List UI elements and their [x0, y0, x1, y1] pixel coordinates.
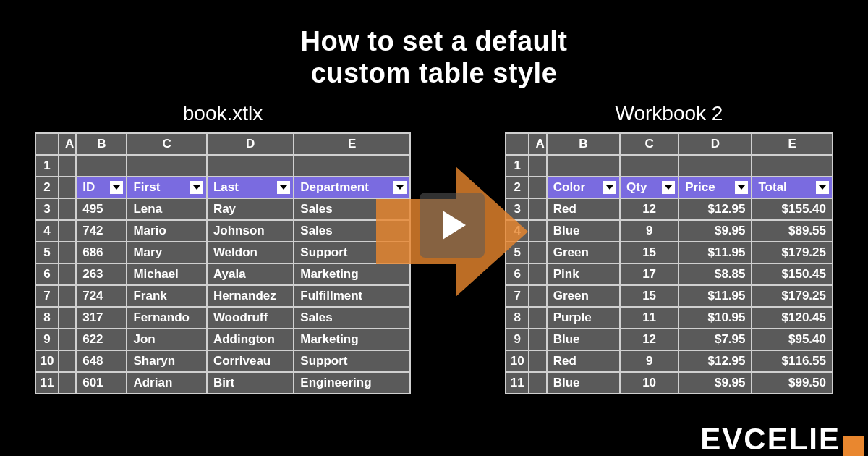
cell[interactable]: $116.55	[752, 350, 833, 372]
cell[interactable]: 9	[620, 220, 678, 242]
cell[interactable]	[59, 242, 76, 263]
cell[interactable]: Mary	[127, 242, 206, 263]
cell[interactable]	[529, 307, 546, 329]
cell[interactable]: Green	[547, 285, 620, 307]
col-header[interactable]: B	[547, 133, 620, 155]
filter-dropdown-icon[interactable]	[603, 181, 616, 194]
cell[interactable]: $7.95	[678, 329, 752, 350]
row-header[interactable]: 11	[506, 372, 529, 394]
cell[interactable]: 12	[620, 198, 678, 220]
cell[interactable]	[529, 350, 546, 372]
cell[interactable]	[752, 155, 833, 177]
table-header-total[interactable]: Total	[752, 177, 833, 198]
cell[interactable]: Frank	[127, 285, 206, 307]
cell[interactable]	[59, 350, 76, 372]
cell[interactable]	[59, 329, 76, 350]
cell[interactable]: Woodruff	[207, 307, 294, 329]
cell[interactable]: $155.40	[752, 198, 833, 220]
cell[interactable]: Ray	[207, 198, 294, 220]
cell[interactable]: $12.95	[678, 198, 752, 220]
cell[interactable]: Lena	[127, 198, 206, 220]
cell[interactable]: Sharyn	[127, 350, 206, 372]
table-header-id[interactable]: ID	[76, 177, 127, 198]
cell[interactable]: Support	[294, 350, 410, 372]
row-header[interactable]: 6	[506, 263, 529, 285]
row-header[interactable]: 3	[35, 198, 59, 220]
cell[interactable]	[529, 329, 546, 350]
table-header-department[interactable]: Department	[294, 177, 410, 198]
col-header[interactable]: D	[678, 133, 752, 155]
row-header[interactable]: 3	[506, 198, 529, 220]
row-header[interactable]: 8	[506, 307, 529, 329]
row-header[interactable]: 8	[35, 307, 59, 329]
row-header[interactable]: 11	[35, 372, 59, 394]
row-header[interactable]: 10	[506, 350, 529, 372]
cell[interactable]: Red	[547, 350, 620, 372]
cell[interactable]	[529, 177, 546, 198]
cell[interactable]: 17	[620, 263, 678, 285]
cell[interactable]: Support	[294, 242, 410, 263]
table-header-last[interactable]: Last	[207, 177, 294, 198]
col-header[interactable]: C	[620, 133, 678, 155]
cell[interactable]: $10.95	[678, 307, 752, 329]
col-header[interactable]: A	[59, 133, 76, 155]
cell[interactable]: 263	[76, 263, 127, 285]
table-header-color[interactable]: Color	[547, 177, 620, 198]
cell[interactable]	[529, 263, 546, 285]
cell[interactable]: $179.25	[752, 285, 833, 307]
cell[interactable]: Birt	[207, 372, 294, 394]
col-header[interactable]: E	[294, 133, 410, 155]
cell[interactable]: 15	[620, 242, 678, 263]
row-header[interactable]: 1	[35, 155, 59, 177]
row-header[interactable]: 7	[35, 285, 59, 307]
cell[interactable]: 11	[620, 307, 678, 329]
cell[interactable]	[127, 155, 206, 177]
filter-dropdown-icon[interactable]	[393, 181, 407, 194]
cell[interactable]: Addington	[207, 329, 294, 350]
cell[interactable]: Corriveau	[207, 350, 294, 372]
cell[interactable]: Sales	[294, 220, 410, 242]
cell[interactable]: $9.95	[678, 372, 752, 394]
cell[interactable]	[529, 242, 546, 263]
filter-dropdown-icon[interactable]	[277, 181, 290, 194]
cell[interactable]: $9.95	[678, 220, 752, 242]
cell[interactable]: 648	[76, 350, 127, 372]
cell[interactable]: $8.85	[678, 263, 752, 285]
cell[interactable]: $120.45	[752, 307, 833, 329]
cell[interactable]: Michael	[127, 263, 206, 285]
filter-dropdown-icon[interactable]	[110, 181, 123, 194]
row-header[interactable]: 2	[35, 177, 59, 198]
cell[interactable]: Mario	[127, 220, 206, 242]
cell[interactable]: Red	[547, 198, 620, 220]
cell[interactable]: Ayala	[207, 263, 294, 285]
cell[interactable]: $95.40	[752, 329, 833, 350]
cell[interactable]: Fernando	[127, 307, 206, 329]
cell[interactable]	[76, 155, 127, 177]
cell[interactable]: Purple	[547, 307, 620, 329]
row-header[interactable]: 1	[506, 155, 529, 177]
cell[interactable]: Fulfillment	[294, 285, 410, 307]
cell[interactable]	[59, 307, 76, 329]
row-header[interactable]: 9	[506, 329, 529, 350]
cell[interactable]: 10	[620, 372, 678, 394]
filter-dropdown-icon[interactable]	[816, 181, 829, 194]
cell[interactable]: 317	[76, 307, 127, 329]
cell[interactable]: 742	[76, 220, 127, 242]
filter-dropdown-icon[interactable]	[735, 181, 748, 194]
row-header[interactable]: 9	[35, 329, 59, 350]
cell[interactable]: $12.95	[678, 350, 752, 372]
cell[interactable]	[59, 220, 76, 242]
cell[interactable]: 12	[620, 329, 678, 350]
cell[interactable]	[59, 285, 76, 307]
cell[interactable]	[59, 263, 76, 285]
cell[interactable]	[59, 372, 76, 394]
cell[interactable]: $89.55	[752, 220, 833, 242]
cell[interactable]: Weldon	[207, 242, 294, 263]
cell[interactable]	[529, 220, 546, 242]
cell[interactable]: Johnson	[207, 220, 294, 242]
col-header[interactable]: A	[529, 133, 546, 155]
cell[interactable]	[620, 155, 678, 177]
row-header[interactable]: 7	[506, 285, 529, 307]
col-header[interactable]: D	[207, 133, 294, 155]
cell[interactable]: $179.25	[752, 242, 833, 263]
